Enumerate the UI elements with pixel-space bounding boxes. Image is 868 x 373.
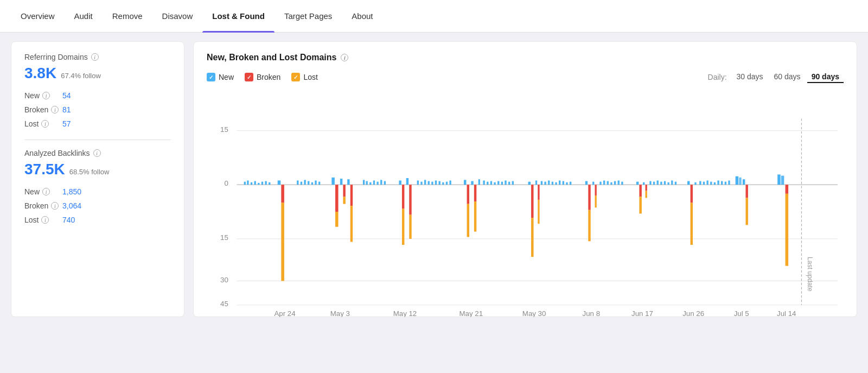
svg-rect-126 <box>621 182 623 185</box>
ref-broken-row: Broken i 81 <box>24 103 171 117</box>
svg-rect-19 <box>335 212 339 227</box>
nav-item-disavow[interactable]: Disavow <box>152 0 203 33</box>
svg-rect-28 <box>402 209 404 245</box>
svg-rect-61 <box>736 176 739 185</box>
legend-lost-checkbox: ✓ <box>291 73 300 81</box>
svg-rect-79 <box>301 182 302 185</box>
svg-rect-51 <box>636 182 639 185</box>
svg-rect-117 <box>563 181 564 185</box>
svg-rect-66 <box>777 174 781 185</box>
svg-rect-132 <box>667 182 669 185</box>
ref-lost-info-icon[interactable]: i <box>41 120 49 128</box>
svg-rect-73 <box>254 181 256 185</box>
main-content: Referring Domains i 3.8K 67.4% follow Ne… <box>0 33 868 326</box>
svg-rect-114 <box>552 182 553 185</box>
svg-rect-21 <box>343 185 345 197</box>
svg-rect-37 <box>474 201 476 231</box>
svg-rect-63 <box>743 179 745 185</box>
svg-rect-39 <box>528 182 531 185</box>
back-new-info-icon[interactable]: i <box>42 188 50 195</box>
svg-text:15: 15 <box>220 233 228 242</box>
svg-rect-77 <box>269 182 270 185</box>
ref-broken-info-icon[interactable]: i <box>51 106 59 113</box>
svg-rect-128 <box>653 182 655 185</box>
svg-text:15: 15 <box>220 125 228 134</box>
svg-rect-141 <box>721 181 723 185</box>
svg-rect-83 <box>315 180 316 185</box>
svg-rect-76 <box>265 181 266 185</box>
svg-rect-95 <box>428 181 430 185</box>
ref-new-info-icon[interactable]: i <box>42 92 50 99</box>
svg-rect-69 <box>786 194 789 266</box>
svg-rect-44 <box>538 200 539 224</box>
svg-rect-118 <box>566 182 567 185</box>
chart-info-icon[interactable]: i <box>341 54 348 61</box>
svg-text:Jul 5: Jul 5 <box>734 309 749 317</box>
nav-item-overview[interactable]: Overview <box>11 0 65 33</box>
svg-text:30: 30 <box>220 276 228 284</box>
analyzed-backlinks-info-icon[interactable]: i <box>93 149 101 157</box>
chart-area: 15 0 15 30 45 Last update <box>207 88 844 306</box>
svg-rect-120 <box>599 182 601 185</box>
svg-rect-138 <box>710 182 712 185</box>
svg-rect-36 <box>474 185 476 201</box>
ref-new-row: New i 54 <box>24 88 171 103</box>
nav-item-about[interactable]: About <box>342 0 382 33</box>
svg-rect-111 <box>541 181 542 185</box>
svg-rect-91 <box>384 181 386 185</box>
svg-rect-62 <box>739 178 741 185</box>
svg-rect-106 <box>497 181 499 185</box>
back-broken-info-icon[interactable]: i <box>51 202 59 210</box>
svg-rect-46 <box>588 185 590 210</box>
svg-rect-110 <box>512 181 514 185</box>
svg-rect-53 <box>639 197 641 213</box>
svg-rect-42 <box>535 180 537 185</box>
svg-rect-35 <box>471 181 473 185</box>
nav-item-target-pages[interactable]: Target Pages <box>275 0 342 33</box>
legend-new[interactable]: ✓ New <box>207 73 234 81</box>
svg-rect-103 <box>487 182 488 185</box>
svg-text:Jun 8: Jun 8 <box>583 309 601 317</box>
svg-rect-87 <box>369 182 371 185</box>
svg-rect-57 <box>687 181 690 185</box>
nav-item-lost-found[interactable]: Lost & Found <box>202 0 275 33</box>
svg-rect-122 <box>607 181 609 185</box>
legend-lost[interactable]: ✓ Lost <box>291 73 317 81</box>
svg-rect-143 <box>728 180 730 185</box>
svg-rect-18 <box>335 185 339 212</box>
svg-rect-99 <box>442 182 444 185</box>
back-broken-row: Broken i 3,064 <box>24 199 171 213</box>
svg-rect-116 <box>559 180 560 185</box>
svg-rect-41 <box>531 218 533 257</box>
svg-rect-32 <box>464 180 466 185</box>
svg-rect-75 <box>261 182 263 185</box>
svg-text:May 30: May 30 <box>522 309 546 317</box>
back-lost-info-icon[interactable]: i <box>41 216 49 224</box>
legend-broken[interactable]: ✓ Broken <box>245 73 280 81</box>
left-panel: Referring Domains i 3.8K 67.4% follow Ne… <box>11 41 184 317</box>
svg-text:Apr 24: Apr 24 <box>274 309 295 317</box>
svg-rect-74 <box>258 183 259 185</box>
svg-rect-107 <box>501 182 503 185</box>
svg-rect-131 <box>664 181 666 185</box>
period-90-btn[interactable]: 90 days <box>807 71 844 83</box>
referring-domains-info-icon[interactable]: i <box>91 53 99 61</box>
svg-rect-25 <box>350 206 353 242</box>
analyzed-backlinks-section: Analyzed Backlinks i <box>24 149 171 157</box>
svg-rect-22 <box>343 197 345 204</box>
divider <box>24 140 171 140</box>
nav-item-remove[interactable]: Remove <box>103 0 152 33</box>
nav-item-audit[interactable]: Audit <box>65 0 103 33</box>
svg-rect-125 <box>618 180 620 185</box>
svg-rect-78 <box>297 180 298 185</box>
svg-rect-43 <box>538 185 539 200</box>
period-30-btn[interactable]: 30 days <box>732 71 768 83</box>
period-60-btn[interactable]: 60 days <box>770 71 805 83</box>
svg-rect-89 <box>376 182 378 185</box>
svg-rect-54 <box>643 182 644 185</box>
chart-title: New, Broken and Lost Domains i <box>207 53 348 62</box>
svg-rect-45 <box>585 181 588 185</box>
svg-rect-24 <box>350 185 353 206</box>
svg-rect-70 <box>244 182 246 185</box>
svg-rect-142 <box>725 182 726 185</box>
